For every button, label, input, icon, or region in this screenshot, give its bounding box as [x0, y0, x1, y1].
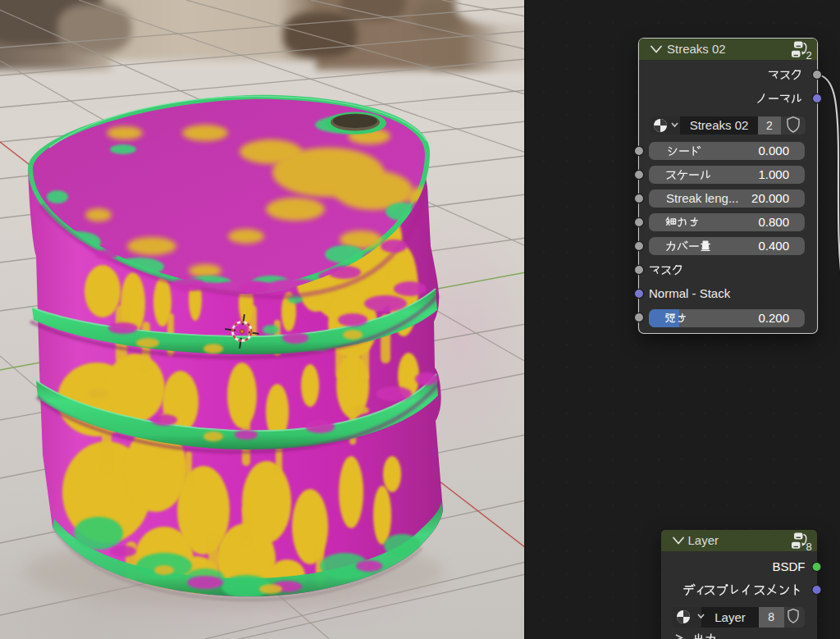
svg-text:8: 8: [806, 541, 811, 552]
svg-text:2: 2: [806, 49, 812, 61]
